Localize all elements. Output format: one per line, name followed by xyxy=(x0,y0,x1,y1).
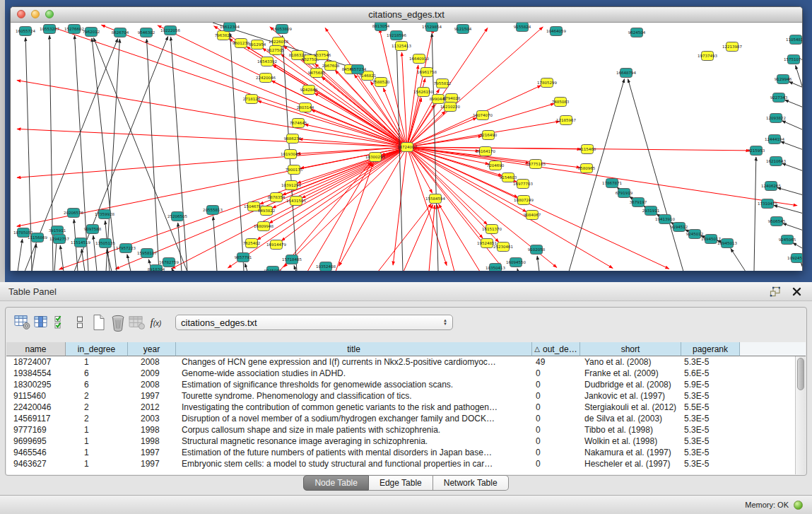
graph-edge[interactable] xyxy=(782,121,802,130)
graph-node[interactable]: 18300295 xyxy=(365,153,385,162)
table-cell[interactable]: Nakamura et al. (1997) xyxy=(580,447,681,458)
graph-edge[interactable] xyxy=(407,27,543,147)
graph-node[interactable]: 9857791 xyxy=(235,253,252,262)
tab-network-table[interactable]: Network Table xyxy=(433,475,509,491)
table-cell[interactable]: 5.3E-5 xyxy=(681,436,740,447)
table-cell[interactable]: 19384554 xyxy=(6,368,66,379)
table-cell[interactable]: 1 xyxy=(66,447,128,458)
graph-node[interactable]: 7674645 xyxy=(290,119,307,128)
graph-node[interactable]: 2803144 xyxy=(297,103,314,112)
graph-node[interactable]: 16809948 xyxy=(254,222,273,231)
graph-edge[interactable] xyxy=(537,256,539,271)
tab-edge-table[interactable]: Edge Table xyxy=(369,475,433,491)
graph-node[interactable]: 9245080 xyxy=(264,267,282,271)
table-cell[interactable]: 0 xyxy=(532,390,580,402)
graph-edge[interactable] xyxy=(59,147,408,269)
graph-node[interactable]: 15718485 xyxy=(282,255,302,264)
table-cell[interactable]: 0 xyxy=(532,424,580,436)
graph-edge[interactable] xyxy=(784,100,802,107)
table-cell[interactable]: 5.5E-5 xyxy=(681,402,740,413)
graph-node[interactable]: 12444194 xyxy=(765,135,784,144)
graph-node[interactable]: 16094550 xyxy=(506,258,526,267)
table-cell[interactable]: Estimation of the future numbers of pati… xyxy=(176,447,532,458)
graph-node[interactable]: 18193045 xyxy=(281,150,300,159)
graph-node[interactable]: 7485083 xyxy=(552,98,570,107)
graph-edge[interactable] xyxy=(17,147,407,177)
graph-edge[interactable] xyxy=(789,81,802,88)
graph-node[interactable]: 8912954 xyxy=(249,40,266,49)
choose-columns-button[interactable] xyxy=(32,313,51,332)
table-row[interactable]: 1830029562008Estimation of significance … xyxy=(6,379,806,390)
table-cell[interactable]: 6 xyxy=(66,368,128,379)
graph-node[interactable]: 10553287 xyxy=(40,25,59,34)
column-header-indegree[interactable]: in_degree xyxy=(66,342,128,356)
graph-node[interactable]: 12213987 xyxy=(722,42,742,52)
table-cell[interactable]: 1998 xyxy=(128,424,176,436)
table-cell[interactable]: 9463627 xyxy=(6,458,66,469)
table-cell[interactable]: Corpus callosum shape and size in male p… xyxy=(176,424,532,436)
graph-edge[interactable] xyxy=(407,118,477,148)
graph-node[interactable]: 19737493 xyxy=(698,52,717,61)
table-cell[interactable]: 2009 xyxy=(128,368,176,379)
table-cell[interactable]: 1998 xyxy=(128,436,176,447)
table-cell[interactable]: 14569117 xyxy=(6,413,66,424)
table-cell[interactable]: Structural magnetic resonance image aver… xyxy=(176,436,532,447)
graph-edge[interactable] xyxy=(49,35,53,271)
graph-edge[interactable] xyxy=(294,266,296,271)
graph-node[interactable]: 3679197 xyxy=(630,198,647,207)
table-cell[interactable]: 0 xyxy=(532,447,580,458)
graph-node[interactable]: 9624504 xyxy=(628,28,646,37)
table-cell[interactable]: 5.3E-5 xyxy=(681,424,740,436)
graph-node[interactable]: 9546302 xyxy=(138,28,155,37)
table-cell[interactable]: de Silva et al. (2003) xyxy=(580,413,681,424)
graph-node[interactable]: 20555813 xyxy=(203,206,223,215)
graph-node[interactable]: 15751074 xyxy=(784,55,802,64)
zoom-window-button[interactable] xyxy=(45,10,54,18)
table-cell[interactable]: 2008 xyxy=(128,379,176,390)
table-cell[interactable]: Genome-wide association studies in ADHD. xyxy=(176,368,532,379)
graph-node[interactable]: 10924508 xyxy=(787,254,802,263)
graph-node[interactable]: 17310475 xyxy=(758,199,777,209)
table-cell[interactable]: 9699695 xyxy=(6,436,66,447)
table-cell[interactable]: 2008 xyxy=(128,356,176,368)
graph-node[interactable]: 16648794 xyxy=(616,69,636,78)
tab-node-table[interactable]: Node Table xyxy=(303,475,369,491)
graph-edge[interactable] xyxy=(777,187,802,195)
graph-edge[interactable] xyxy=(754,157,756,271)
graph-node[interactable]: 9155824 xyxy=(514,23,531,32)
graph-node[interactable]: 16055724 xyxy=(16,27,35,36)
graph-edge[interactable] xyxy=(404,204,433,271)
graph-edge[interactable] xyxy=(628,79,684,271)
graph-node[interactable]: 7962012 xyxy=(83,28,100,37)
function-builder-button[interactable]: f(x) xyxy=(146,313,165,332)
minimize-window-button[interactable] xyxy=(31,10,40,18)
graph-node[interactable]: 9337546 xyxy=(314,51,331,60)
graph-edge[interactable] xyxy=(18,239,23,271)
graph-node[interactable]: 15529854 xyxy=(422,23,442,32)
graph-edge[interactable] xyxy=(213,216,217,271)
graph-node[interactable]: 16151370 xyxy=(482,225,502,234)
table-cell[interactable]: Disruption of a novel member of a sodium… xyxy=(176,413,532,424)
graph-node[interactable]: 19218596 xyxy=(387,31,406,40)
graph-node[interactable]: 16914479 xyxy=(266,240,286,250)
table-cell[interactable]: 9465546 xyxy=(6,447,66,458)
graph-node[interactable]: 3915911 xyxy=(49,226,66,235)
table-cell[interactable]: 1 xyxy=(66,436,128,447)
table-cell[interactable]: 1 xyxy=(66,356,128,368)
graph-node[interactable]: 17359928 xyxy=(95,210,114,219)
table-cell[interactable]: Tourette syndrome. Phenomenology and cla… xyxy=(176,390,532,402)
graph-edge[interactable] xyxy=(774,205,802,214)
table-cell[interactable]: Tibbo et al. (1998) xyxy=(580,424,681,436)
graph-node[interactable]: 9493822 xyxy=(258,206,276,216)
table-cell[interactable]: 49 xyxy=(532,356,580,368)
graph-node[interactable]: 11054819 xyxy=(786,35,802,45)
graph-node[interactable]: 16543392 xyxy=(257,57,277,66)
graph-node[interactable]: 15584594 xyxy=(425,194,445,204)
graph-node[interactable]: 12406265 xyxy=(761,182,781,191)
graph-node[interactable]: 19413910 xyxy=(655,215,675,224)
graph-edge[interactable] xyxy=(407,98,422,147)
graph-node[interactable]: 13505135 xyxy=(95,239,115,248)
column-header-title[interactable]: title xyxy=(176,342,532,356)
graph-edge[interactable] xyxy=(258,101,407,147)
graph-edge[interactable] xyxy=(517,269,518,271)
